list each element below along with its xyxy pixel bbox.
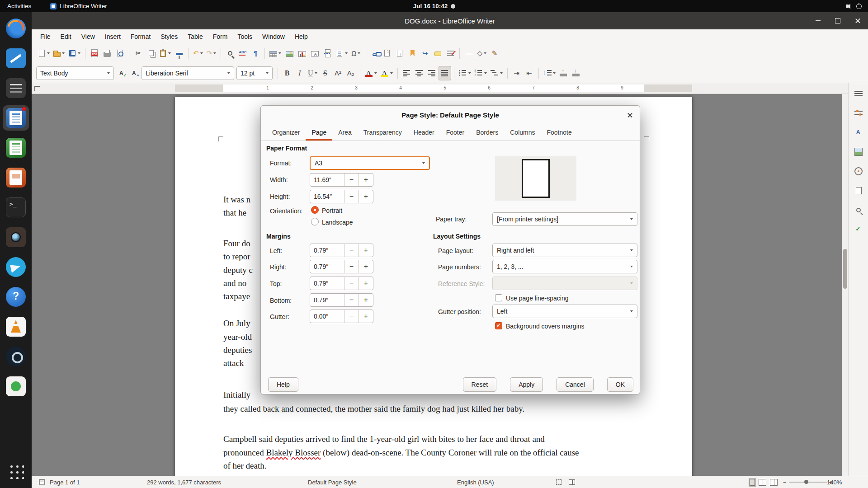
basic-shapes[interactable]: ◇ [475,46,488,61]
insert-table[interactable] [268,46,283,61]
system-status-menu[interactable] [846,4,868,9]
dialog-tab-header[interactable]: Header [408,125,440,141]
spelling[interactable] [236,46,249,61]
dock-firefox[interactable] [3,16,29,41]
maximize-button[interactable] [833,16,843,26]
paste[interactable] [157,46,173,61]
font-name-combo[interactable]: Liberation Serif [142,66,234,80]
decrease-paragraph-spacing[interactable] [570,66,583,80]
dock-help[interactable] [3,284,29,310]
gutter-position-select[interactable]: Left [492,305,637,318]
cancel-button[interactable]: Cancel [557,377,594,392]
margin-right-input[interactable]: 0.79″ [310,260,344,273]
scrollbar-thumb[interactable] [843,249,847,289]
bold[interactable]: B [281,66,293,80]
insert-special-character[interactable]: Ω [349,46,362,61]
insert-image[interactable] [283,46,296,61]
margin-top-input[interactable]: 0.79″ [310,277,344,290]
unordered-list[interactable] [457,66,473,80]
dock-libreoffice-impress[interactable] [3,165,29,190]
use-page-line-spacing-label[interactable]: Use page line-spacing [506,295,569,302]
zoom-out-button[interactable]: − [783,479,787,486]
portrait-radio[interactable] [311,206,319,214]
help-button[interactable]: Help [268,377,298,392]
menu-tools[interactable]: Tools [232,31,257,42]
dock-app-grid[interactable] [3,458,29,483]
insert-page-break[interactable] [321,46,334,61]
landscape-radio[interactable] [311,218,319,225]
width-input[interactable]: 11.69″ [310,174,344,186]
insert-text-box[interactable] [308,46,321,61]
margin-right-decrease-button[interactable]: − [344,260,359,273]
insert-bookmark[interactable] [406,46,419,61]
document-text-line[interactable]: Campbell said deputies arrived to find t… [223,434,648,444]
margin-bottom-increase-button[interactable]: + [359,294,373,306]
menu-table[interactable]: Table [183,31,208,42]
zoom-slider-thumb[interactable] [804,480,808,484]
insert-field[interactable] [334,46,349,61]
apply-button[interactable]: Apply [510,377,543,392]
status-page-count[interactable]: Page 1 of 1 [50,476,80,488]
insert-cross-reference[interactable]: ↪ [419,46,431,61]
dialog-tab-page[interactable]: Page [306,125,332,141]
clone-formatting[interactable] [173,46,185,61]
dialog-tab-footnote[interactable]: Footnote [541,125,578,141]
font-size-combo[interactable]: 12 pt [236,66,273,80]
zoom-level[interactable]: 140% [827,476,842,488]
sidebar-styles[interactable] [852,126,865,139]
dialog-tab-area[interactable]: Area [332,125,358,141]
margin-left-input[interactable]: 0.79″ [310,244,344,257]
menu-format[interactable]: Format [126,31,156,42]
topbar-app-menu[interactable]: LibreOffice Writer [50,3,107,9]
background-covers-margins-label[interactable]: Background covers margins [506,323,585,330]
width-decrease-button[interactable]: − [344,174,359,186]
zoom-slider[interactable] [789,482,827,483]
menu-view[interactable]: View [76,31,100,42]
insert-endnote[interactable] [393,46,406,61]
insert-hyperlink[interactable] [368,46,381,61]
sidebar-gallery[interactable] [852,145,865,159]
undo[interactable]: ↶ [191,46,205,61]
align-justify[interactable] [439,66,451,80]
single-page-view-button[interactable] [750,479,755,486]
margin-left-increase-button[interactable]: + [359,244,373,257]
height-increase-button[interactable]: + [359,190,373,203]
dialog-tab-footer[interactable]: Footer [440,125,470,141]
background-covers-margins-checkbox[interactable] [495,322,502,329]
sidebar-accessibility-check[interactable] [852,223,865,236]
margin-gutter-decrease-button[interactable]: − [344,310,359,323]
multi-page-view-button[interactable] [759,479,766,486]
tab-stop-selector[interactable] [34,86,40,91]
minimize-button[interactable] [813,16,823,26]
export-pdf[interactable] [88,46,101,61]
paper-format-select[interactable]: A3 [310,156,430,170]
status-page-style[interactable]: Default Page Style [308,476,357,488]
copy[interactable] [145,46,157,61]
insert-footnote[interactable] [381,46,393,61]
menu-form[interactable]: Form [208,31,233,42]
font-color[interactable] [363,66,379,80]
selection-mode-button[interactable] [556,476,561,488]
dialog-tab-transparency[interactable]: Transparency [358,125,408,141]
update-paragraph-style[interactable] [116,66,129,80]
save[interactable] [66,46,82,61]
formatting-marks[interactable]: ¶ [249,46,262,61]
menu-edit[interactable]: Edit [56,31,76,42]
menu-styles[interactable]: Styles [156,31,183,42]
status-language[interactable]: English (USA) [457,476,494,488]
dialog-tab-columns[interactable]: Columns [504,125,541,141]
portrait-label[interactable]: Portrait [322,207,342,214]
italic[interactable]: I [293,66,306,80]
margin-top-increase-button[interactable]: + [359,277,373,290]
menu-window[interactable]: Window [257,31,290,42]
align-right[interactable] [426,66,439,80]
line-spacing[interactable] [542,66,557,80]
paragraph-style-combo[interactable]: Text Body [36,66,114,80]
page-layout-select[interactable]: Right and left [492,244,637,257]
dock-vscode[interactable] [3,46,29,71]
margin-right-increase-button[interactable]: + [359,260,373,273]
height-decrease-button[interactable]: − [344,190,359,203]
dock-camera[interactable] [3,225,29,250]
dock-libreoffice-calc[interactable] [3,135,29,160]
margin-left-decrease-button[interactable]: − [344,244,359,257]
